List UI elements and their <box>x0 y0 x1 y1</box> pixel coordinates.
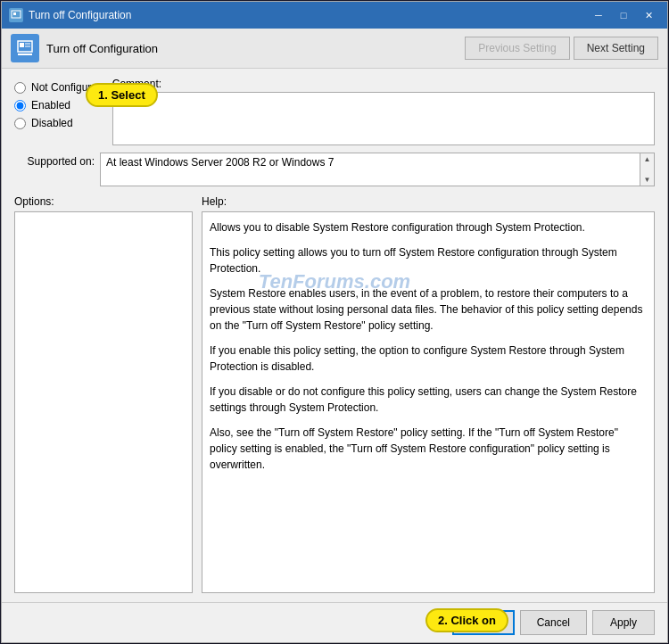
bottom-bar: 2. Click on OK Cancel Apply <box>2 602 667 642</box>
help-header: Help: <box>202 195 655 208</box>
title-bar-controls: ─ □ ✕ <box>587 6 660 24</box>
disabled-radio[interactable] <box>14 118 26 129</box>
supported-value: At least Windows Server 2008 R2 or Windo… <box>106 156 334 169</box>
not-configured-radio-item[interactable]: Not Configured <box>14 81 103 94</box>
disabled-label: Disabled <box>31 117 73 129</box>
toolbar-icon <box>11 34 39 62</box>
comment-label: Comment: <box>112 78 655 90</box>
radio-column: Not Configured Enabled 1. Select Disable… <box>14 78 103 145</box>
cancel-button[interactable]: Cancel <box>520 610 587 635</box>
ok-button[interactable]: OK <box>452 610 515 635</box>
enabled-radio-row: Enabled 1. Select <box>14 99 103 111</box>
options-box <box>14 211 193 593</box>
enabled-radio[interactable] <box>14 100 26 111</box>
toolbar: Turn off Configuration Previous Setting … <box>2 29 667 69</box>
window-icon <box>9 8 23 22</box>
next-setting-button[interactable]: Next Setting <box>574 37 658 60</box>
comment-input[interactable] <box>112 92 655 145</box>
enabled-radio-item[interactable]: Enabled <box>14 99 103 111</box>
content-area: Not Configured Enabled 1. Select Disable… <box>2 69 667 602</box>
svg-rect-1 <box>13 12 16 15</box>
scroll-up-arrow: ▲ <box>640 153 654 165</box>
apply-button[interactable]: Apply <box>592 610 655 635</box>
help-box[interactable]: Allows you to disable System Restore con… <box>202 211 655 593</box>
supported-label: Supported on: <box>14 153 95 168</box>
title-bar: Turn off Configuration ─ □ ✕ <box>2 2 667 29</box>
supported-value-box: At least Windows Server 2008 R2 or Windo… <box>100 153 655 186</box>
supported-row: Supported on: At least Windows Server 20… <box>14 153 655 186</box>
not-configured-label: Not Configured <box>31 81 103 94</box>
middle-section: Options: Help: Allows you to disable Sys… <box>14 195 655 593</box>
svg-rect-6 <box>18 54 32 55</box>
not-configured-radio[interactable] <box>14 82 26 94</box>
close-button[interactable]: ✕ <box>637 6 660 24</box>
supported-scrollbar: ▲ ▼ <box>640 153 654 186</box>
disabled-radio-item[interactable]: Disabled <box>14 117 103 129</box>
scroll-down-arrow: ▼ <box>640 174 654 186</box>
comment-section: Comment: <box>112 78 655 145</box>
top-row: Not Configured Enabled 1. Select Disable… <box>14 78 655 145</box>
enabled-label: Enabled <box>31 99 70 111</box>
toolbar-title: Turn off Configuration <box>46 42 458 55</box>
options-panel: Options: <box>14 195 193 593</box>
help-panel: Help: Allows you to disable System Resto… <box>202 195 655 593</box>
toolbar-buttons: Previous Setting Next Setting <box>465 37 658 60</box>
title-bar-text: Turn off Configuration <box>29 9 587 21</box>
previous-setting-button[interactable]: Previous Setting <box>465 37 569 60</box>
maximize-button[interactable]: □ <box>612 6 635 24</box>
main-window: Turn off Configuration ─ □ ✕ Turn off Co… <box>1 1 668 643</box>
svg-rect-3 <box>20 43 24 47</box>
minimize-button[interactable]: ─ <box>587 6 610 24</box>
options-header: Options: <box>14 195 193 208</box>
